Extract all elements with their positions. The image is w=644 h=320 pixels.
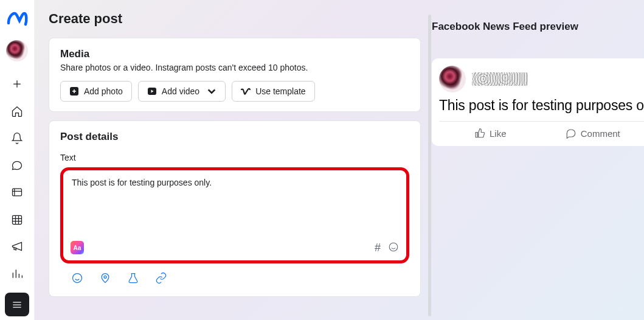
post-options-toolbar — [60, 263, 409, 291]
post-details-title: Post details — [60, 131, 409, 143]
svg-point-6 — [104, 276, 106, 278]
media-card: Media Share photos or a video. Instagram… — [49, 38, 421, 112]
comment-button[interactable]: Comment — [542, 125, 645, 141]
post-text-input[interactable] — [63, 170, 406, 236]
media-button-row: Add photo Add video Use template — [60, 81, 409, 102]
add-video-button[interactable]: Add video — [138, 81, 226, 102]
use-template-button[interactable]: Use template — [232, 81, 314, 102]
comment-icon — [566, 128, 576, 139]
all-tools-icon[interactable] — [5, 293, 29, 316]
preview-panel: Facebook News Feed preview This post is … — [432, 11, 644, 320]
chevron-down-icon — [207, 86, 216, 96]
insights-icon[interactable] — [5, 262, 29, 286]
text-area-highlight: Aa # — [60, 167, 409, 263]
text-style-button[interactable]: Aa — [71, 241, 84, 254]
ab-test-icon[interactable] — [127, 272, 139, 287]
meta-logo[interactable] — [6, 9, 28, 30]
comment-label: Comment — [581, 128, 620, 139]
use-template-label: Use template — [255, 86, 305, 96]
preview-post-text: This post is for testing purposes o — [439, 97, 644, 114]
text-area-toolbar: Aa # — [63, 238, 406, 260]
preview-actions: Like Comment — [439, 121, 644, 141]
content-icon[interactable] — [5, 181, 29, 204]
content-column: Create post Media Share photos or a vide… — [49, 11, 421, 320]
add-photo-icon — [69, 86, 79, 96]
add-video-icon — [147, 86, 157, 96]
svg-point-5 — [73, 274, 82, 283]
planner-icon[interactable] — [5, 208, 29, 232]
location-icon[interactable] — [99, 272, 111, 287]
text-field-label: Text — [60, 153, 409, 162]
svg-rect-1 — [13, 215, 22, 224]
preview-card: This post is for testing purposes o Like… — [432, 58, 644, 146]
notifications-icon[interactable] — [5, 127, 29, 150]
create-icon[interactable] — [5, 72, 29, 96]
inbox-icon[interactable] — [5, 153, 29, 177]
media-subtitle: Share photos or a video. Instagram posts… — [60, 63, 409, 72]
sidebar — [0, 0, 35, 320]
preview-title: Facebook News Feed preview — [432, 21, 644, 33]
hashtag-button[interactable]: # — [375, 242, 381, 253]
home-icon[interactable] — [5, 99, 29, 123]
like-button[interactable]: Like — [439, 125, 542, 141]
preview-header — [439, 66, 644, 92]
preview-divider[interactable] — [428, 15, 431, 316]
media-title: Media — [60, 48, 409, 60]
post-details-card: Post details Text Aa # — [49, 120, 421, 297]
vimeo-icon — [241, 86, 251, 96]
main-area: Create post Media Share photos or a vide… — [35, 0, 644, 320]
like-label: Like — [490, 128, 507, 139]
avatar[interactable] — [6, 40, 28, 61]
preview-author-redacted — [472, 72, 528, 86]
ads-icon[interactable] — [5, 235, 29, 259]
add-video-label: Add video — [162, 86, 199, 96]
emoji-button[interactable] — [388, 242, 399, 254]
link-icon[interactable] — [155, 272, 167, 287]
page-title: Create post — [49, 11, 421, 27]
svg-point-4 — [389, 243, 398, 251]
feeling-icon[interactable] — [71, 272, 83, 287]
svg-rect-0 — [13, 189, 22, 196]
add-photo-label: Add photo — [84, 86, 123, 96]
add-photo-button[interactable]: Add photo — [60, 81, 132, 102]
like-icon — [474, 128, 485, 139]
preview-avatar — [439, 66, 466, 92]
